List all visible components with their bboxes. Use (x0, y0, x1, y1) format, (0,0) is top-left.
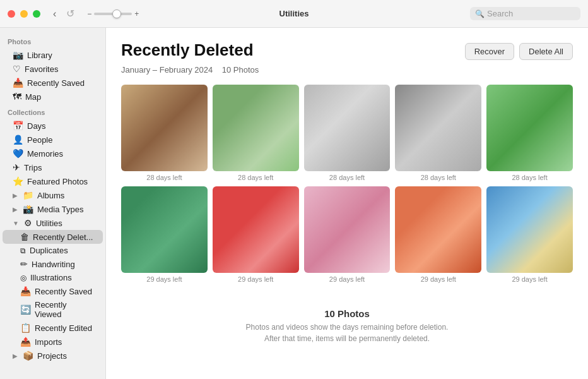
photo-image-dog1 (121, 85, 208, 171)
days-left-label: 28 days left (238, 174, 273, 181)
expand-icon: ▶ (13, 206, 18, 213)
photo-image-girl1 (395, 85, 481, 171)
photo-thumb-fruit2[interactable] (213, 186, 299, 273)
photo-thumb-fruit1[interactable] (121, 186, 208, 273)
days-left-label: 29 days left (146, 275, 182, 283)
photo-thumb-girl1[interactable] (395, 85, 481, 171)
expand-icon: ▶ (13, 352, 18, 359)
recently-saved-icon: 📥 (13, 78, 23, 88)
footer-count: 10 Photos (121, 308, 573, 319)
titlebar: ‹ ↺ − + Utilities 🔍 (0, 0, 588, 28)
library-icon: 📷 (13, 50, 23, 60)
sidebar-item-label: Albums (37, 191, 95, 200)
footer-line1: Photos and videos show the days remainin… (246, 323, 449, 332)
recover-button[interactable]: Recover (465, 43, 514, 60)
sidebar-item-label: Days (27, 121, 95, 131)
photo-item-dog3[interactable]: 28 days left (304, 85, 391, 181)
sidebar-item-label: Illustrations (30, 273, 95, 282)
footer-line2: After that time, items will be permanent… (264, 334, 430, 343)
photo-image-fruit2 (213, 186, 299, 273)
sidebar-item-label: Utilities (36, 219, 95, 228)
photo-item-fruit1[interactable]: 29 days left (121, 186, 208, 283)
days-left-label: 28 days left (146, 174, 182, 181)
photo-thumb-fruit3[interactable] (395, 186, 481, 273)
zoom-slider[interactable] (94, 13, 132, 15)
photo-thumb-cake[interactable] (304, 186, 391, 273)
imports-icon: 📤 (20, 337, 31, 347)
content-area: Recently Deleted Recover Delete All Janu… (106, 28, 588, 379)
minimize-button[interactable] (20, 10, 28, 18)
sidebar-item-trips[interactable]: ✈ Trips (3, 160, 103, 174)
illustrations-icon: ◎ (20, 274, 26, 282)
sidebar-item-albums[interactable]: ▶ 📁 Albums (3, 188, 103, 202)
sidebar-item-memories[interactable]: 💙 Memories (3, 147, 103, 160)
photo-item-girl1[interactable]: 28 days left (395, 85, 481, 181)
sidebar: Photos 📷 Library ♡ Favorites 📥 Recently … (0, 28, 106, 379)
sidebar-item-recently-saved[interactable]: 📥 Recently Saved (3, 76, 103, 90)
back-button[interactable]: ‹ (50, 7, 59, 21)
utilities-icon: ⚙ (24, 218, 32, 228)
sidebar-item-label: Trips (24, 163, 95, 172)
search-box[interactable]: 🔍 (470, 7, 580, 20)
content-header: Recently Deleted Recover Delete All (121, 40, 573, 60)
photo-thumb-beach[interactable] (486, 186, 573, 273)
photo-item-cake[interactable]: 29 days left (304, 186, 391, 283)
photo-thumb-dog3[interactable] (304, 85, 391, 171)
days-left-label: 28 days left (421, 174, 456, 181)
sidebar-item-imports[interactable]: 📤 Imports (3, 335, 103, 349)
photo-item-fruit3[interactable]: 29 days left (395, 186, 481, 283)
days-left-label: 29 days left (421, 275, 456, 283)
sidebar-item-handwriting[interactable]: ✏ Handwriting (3, 257, 103, 271)
sidebar-item-recently-viewed[interactable]: 🔄 Recently Viewed (3, 298, 103, 321)
sidebar-item-recently-deleted[interactable]: 🗑 Recently Delet... (3, 230, 103, 244)
sidebar-item-days[interactable]: 📅 Days (3, 119, 103, 133)
sidebar-item-label: Memories (27, 149, 95, 159)
expand-icon: ▶ (13, 192, 18, 199)
days-left-label: 29 days left (512, 275, 547, 283)
sidebar-item-utilities[interactable]: ▼ ⚙ Utilities (3, 216, 103, 230)
photo-item-girl2[interactable]: 28 days left (486, 85, 573, 181)
search-input[interactable] (487, 9, 575, 18)
days-left-label: 29 days left (238, 275, 273, 283)
memories-icon: 💙 (13, 148, 23, 159)
photo-thumb-girl2[interactable] (486, 85, 573, 171)
sidebar-item-media-types[interactable]: ▶ 📸 Media Types (3, 202, 103, 216)
sidebar-item-people[interactable]: 👤 People (3, 133, 103, 147)
sidebar-item-recently-edited[interactable]: 📋 Recently Edited (3, 321, 103, 335)
maximize-button[interactable] (33, 10, 40, 18)
delete-all-button[interactable]: Delete All (519, 43, 573, 60)
photo-item-dog2[interactable]: 28 days left (213, 85, 299, 181)
sidebar-item-favorites[interactable]: ♡ Favorites (3, 62, 103, 76)
photo-item-fruit2[interactable]: 29 days left (213, 186, 299, 283)
sidebar-item-label: Favorites (25, 64, 95, 74)
sidebar-item-label: Recently Edited (35, 323, 95, 333)
photo-thumb-dog2[interactable] (213, 85, 299, 171)
sidebar-section-photos: Photos (0, 33, 105, 48)
sidebar-item-featured-photos[interactable]: ⭐ Featured Photos (3, 174, 103, 188)
photo-image-girl2 (486, 85, 573, 171)
expand-icon: ▼ (13, 220, 19, 227)
sidebar-item-duplicates[interactable]: ⧉ Duplicates (3, 244, 103, 257)
photo-item-dog1[interactable]: 28 days left (121, 85, 208, 181)
subtitle-photo-count: 10 Photos (222, 65, 259, 75)
subtitle-date: January – February 2024 (121, 65, 213, 75)
people-icon: 👤 (13, 135, 23, 145)
sidebar-item-projects[interactable]: ▶ 📦 Projects (3, 349, 103, 363)
close-button[interactable] (8, 10, 15, 18)
photo-thumb-dog1[interactable] (121, 85, 208, 171)
search-icon: 🔍 (475, 9, 485, 18)
map-icon: 🗺 (13, 92, 21, 102)
photo-item-beach[interactable]: 29 days left (486, 186, 573, 283)
sidebar-item-map[interactable]: 🗺 Map (3, 90, 103, 104)
rotate-button[interactable]: ↺ (64, 6, 77, 21)
zoom-thumb[interactable] (112, 9, 121, 18)
trips-icon: ✈ (13, 162, 20, 172)
sidebar-item-illustrations[interactable]: ◎ Illustrations (3, 271, 103, 284)
recently-saved-sub-icon: 📥 (20, 286, 31, 296)
sidebar-item-library[interactable]: 📷 Library (3, 48, 103, 62)
window-title: Utilities (279, 9, 309, 18)
titlebar-nav: ‹ ↺ − + (50, 6, 139, 21)
sidebar-item-recently-saved-sub[interactable]: 📥 Recently Saved (3, 284, 103, 298)
sidebar-item-label: Recently Saved (27, 78, 95, 88)
days-icon: 📅 (13, 121, 23, 131)
